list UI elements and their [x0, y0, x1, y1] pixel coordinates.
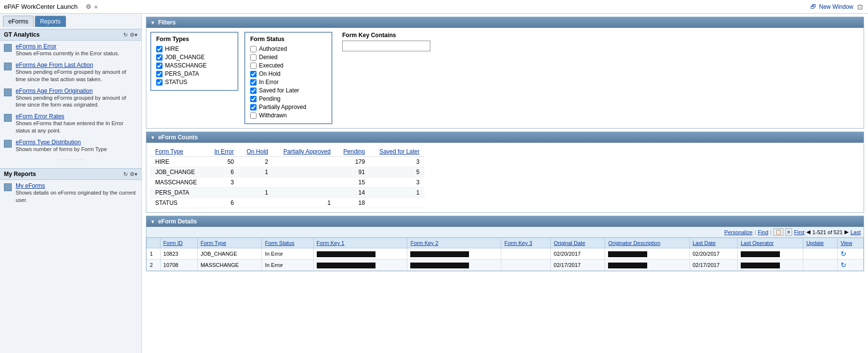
filter-status-saved-for-later[interactable]: Saved for Later: [250, 87, 327, 94]
col-detail-form-key3[interactable]: Form Key 3: [501, 238, 551, 248]
top-bar: ePAF WorkCenter Launch ⚙ « 🗗 New Window …: [0, 0, 868, 14]
col-detail-orig-desc[interactable]: Originator Description: [605, 238, 689, 248]
eform-counts-body: Form Type In Error On Hold Partially App…: [146, 143, 864, 212]
cell-form-key1: [313, 260, 407, 271]
checkbox-in-error[interactable]: [250, 79, 257, 86]
filter-type-masschange[interactable]: MASSCHANGE: [156, 62, 233, 69]
checkbox-pers-data[interactable]: [156, 71, 163, 77]
filter-status-pending[interactable]: Pending: [250, 95, 327, 102]
col-saved-for-later[interactable]: Saved for Later: [370, 147, 424, 157]
col-detail-form-status[interactable]: Form Status: [262, 238, 313, 248]
filter-type-pers-data[interactable]: PERS_DATA: [156, 70, 233, 77]
eforms-in-error-link[interactable]: eForms in Error: [16, 43, 119, 50]
filter-type-job-change[interactable]: JOB_CHANGE: [156, 54, 233, 61]
options-my-reports[interactable]: ⚙▾: [130, 171, 138, 177]
col-detail-form-id[interactable]: Form ID: [160, 238, 197, 248]
my-eforms-link[interactable]: My eForms: [16, 182, 138, 189]
col-form-type[interactable]: Form Type: [150, 147, 207, 157]
my-eforms-desc: Shows details on eForms originated by th…: [16, 189, 138, 203]
checkbox-executed[interactable]: [250, 63, 257, 69]
checkbox-withdrawn[interactable]: [250, 112, 257, 119]
options-gt-analytics[interactable]: ⚙▾: [130, 32, 138, 38]
col-detail-last-operator[interactable]: Last Operator: [737, 238, 803, 248]
eforms-age-origination-desc: Shows pending eForms grouped by amount o…: [16, 94, 138, 109]
sidebar-item-eform-error-rates[interactable]: eForm Error Rates Shows eForms that have…: [0, 110, 141, 136]
sidebar-item-eforms-age-last-action[interactable]: eForms Age From Last Action Shows pendin…: [0, 59, 141, 85]
cell-view[interactable]: ↻: [838, 260, 864, 271]
cell-form-status: In Error: [262, 248, 313, 260]
prev-page-btn[interactable]: ◀: [806, 229, 810, 235]
form-key-input[interactable]: [342, 41, 430, 51]
cell-form-key2: [407, 260, 501, 271]
checkbox-on-hold[interactable]: [250, 71, 257, 77]
checkbox-authorized[interactable]: [250, 46, 257, 52]
sidebar-item-eforms-in-error[interactable]: eForms in Error Shows eForms currently i…: [0, 41, 141, 59]
filter-status-withdrawn[interactable]: Withdrawn: [250, 112, 327, 119]
col-detail-original-date[interactable]: Original Date: [551, 238, 605, 248]
redacted-key2: [410, 251, 469, 257]
checkbox-job-change[interactable]: [156, 54, 163, 61]
refresh-gt-analytics[interactable]: ↻: [123, 32, 128, 38]
cell-view[interactable]: ↻: [838, 248, 864, 260]
cell-in-error: 6: [207, 167, 239, 177]
filter-status-on-hold[interactable]: On Hold: [250, 70, 327, 77]
checkbox-status[interactable]: [156, 79, 163, 86]
filter-status-executed[interactable]: Executed: [250, 62, 327, 69]
sidebar-item-eforms-age-origination[interactable]: eForms Age From Origination Shows pendin…: [0, 85, 141, 111]
maximize-icon[interactable]: ⊡: [856, 2, 864, 12]
sidebar-item-eforms-type-dist[interactable]: eForms Type Distribution Shows number of…: [0, 136, 141, 155]
export-icon-btn[interactable]: 📋: [774, 228, 783, 236]
col-in-error[interactable]: In Error: [207, 147, 239, 157]
my-reports-title: My Reports: [4, 171, 36, 177]
col-detail-last-date[interactable]: Last Date: [689, 238, 737, 248]
cell-form-key3: [501, 260, 551, 271]
tab-reports[interactable]: Reports: [35, 16, 66, 27]
checkbox-pending[interactable]: [250, 96, 257, 102]
view-icon[interactable]: ↻: [841, 261, 846, 269]
col-detail-form-key2[interactable]: Form Key 2: [407, 238, 501, 248]
col-pending[interactable]: Pending: [335, 147, 370, 157]
checkbox-partially-approved[interactable]: [250, 104, 257, 110]
last-link[interactable]: Last: [850, 229, 861, 235]
col-detail-view[interactable]: View: [838, 238, 864, 248]
eform-error-rates-link[interactable]: eForm Error Rates: [16, 113, 138, 120]
counts-table: Form Type In Error On Hold Partially App…: [150, 147, 424, 208]
cell-form-type: PERS_DATA: [150, 188, 207, 198]
first-link[interactable]: First: [794, 229, 804, 235]
redacted-key1: [317, 251, 375, 257]
new-window-link[interactable]: New Window: [819, 3, 853, 10]
cell-last-date: 02/17/2017: [689, 260, 737, 271]
filter-status-authorized[interactable]: Authorized: [250, 45, 327, 52]
next-page-btn[interactable]: ▶: [845, 229, 848, 235]
checkbox-masschange[interactable]: [156, 63, 163, 69]
refresh-my-reports[interactable]: ↻: [123, 171, 128, 177]
col-partially-approved[interactable]: Partially Approved: [273, 147, 336, 157]
col-detail-form-key1[interactable]: Form Key 1: [313, 238, 407, 248]
sidebar-item-my-eforms[interactable]: My eForms Shows details on eForms origin…: [0, 180, 141, 206]
collapse-icon[interactable]: «: [94, 3, 98, 10]
personalize-link[interactable]: Personalize: [725, 229, 752, 235]
settings-icon[interactable]: ⚙: [86, 3, 92, 10]
filter-status-denied[interactable]: Denied: [250, 54, 327, 61]
tab-eforms[interactable]: eForms: [3, 16, 34, 27]
cell-form-id: 10823: [160, 248, 197, 260]
filter-type-status[interactable]: STATUS: [156, 79, 233, 86]
grid-icon-btn[interactable]: ≡: [785, 228, 792, 236]
find-link[interactable]: Find: [758, 229, 768, 235]
checkbox-saved-for-later[interactable]: [250, 88, 257, 94]
view-icon[interactable]: ↻: [841, 250, 846, 258]
eforms-type-dist-link[interactable]: eForms Type Distribution: [16, 139, 107, 146]
filter-status-in-error[interactable]: In Error: [250, 79, 327, 86]
checkbox-hire[interactable]: [156, 46, 163, 52]
filter-status-partially-approved[interactable]: Partially Approved: [250, 104, 327, 110]
col-detail-update[interactable]: Update: [803, 238, 838, 248]
eform-details-title: eForm Details: [158, 218, 197, 225]
redacted-orig-desc: [608, 263, 647, 268]
eform-details-panel: ▼ eForm Details Personalize | Find | 📋 ≡…: [146, 216, 864, 271]
col-on-hold[interactable]: On Hold: [239, 147, 273, 157]
eforms-age-last-action-link[interactable]: eForms Age From Last Action: [16, 62, 138, 68]
filter-type-hire[interactable]: HIRE: [156, 45, 233, 52]
col-detail-form-type[interactable]: Form Type: [197, 238, 262, 248]
checkbox-denied[interactable]: [250, 54, 257, 61]
eforms-age-origination-link[interactable]: eForms Age From Origination: [16, 88, 138, 94]
